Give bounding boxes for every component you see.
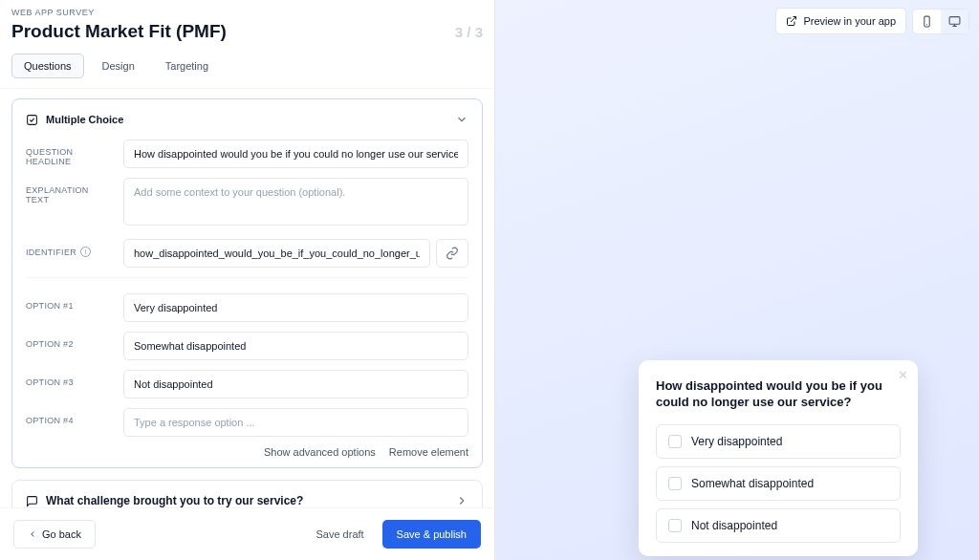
question-card: Multiple Choice QUESTION HEADLINE EXPLAN…	[11, 98, 483, 468]
step-indicator: 3 / 3	[455, 24, 483, 40]
svg-rect-3	[949, 16, 960, 24]
preview-panel: Preview in your app ✕ How disappointed w…	[495, 0, 979, 560]
collapsed-question-card[interactable]: What challenge brought you to try our se…	[11, 480, 483, 507]
question-type-label: Multiple Choice	[46, 114, 123, 125]
preview-in-app-button[interactable]: Preview in your app	[775, 8, 906, 34]
survey-preview-popup: ✕ How disappointed would you be if you c…	[639, 360, 918, 556]
svg-rect-1	[925, 16, 929, 27]
preview-option-1[interactable]: Very disappointed	[656, 424, 901, 459]
external-link-icon	[786, 15, 797, 27]
remove-element[interactable]: Remove element	[389, 446, 468, 458]
editor-panel: WEB APP SURVEY Product Market Fit (PMF) …	[0, 0, 495, 560]
explanation-text-input[interactable]	[123, 178, 468, 226]
label-explanation: EXPLANATION TEXT	[26, 178, 114, 205]
chevron-left-icon	[28, 529, 37, 539]
label-option-1: OPTION #1	[26, 293, 114, 311]
chevron-down-icon[interactable]	[455, 113, 468, 126]
label-option-3: OPTION #3	[26, 370, 114, 387]
tabs: Questions Design Targeting	[0, 42, 494, 89]
breadcrumb: WEB APP SURVEY	[11, 8, 483, 17]
identifier-input[interactable]	[123, 239, 430, 268]
question-headline-input[interactable]	[123, 140, 468, 168]
option-4-input[interactable]	[123, 408, 468, 437]
option-3-input[interactable]	[123, 370, 468, 398]
svg-rect-0	[28, 115, 37, 124]
label-option-2: OPTION #2	[26, 332, 114, 349]
page-title: Product Market Fit (PMF)	[11, 21, 227, 42]
monitor-icon	[948, 15, 961, 28]
checkbox-icon	[668, 477, 682, 490]
info-icon[interactable]: i	[80, 247, 91, 257]
label-option-4: OPTION #4	[26, 408, 114, 425]
label-identifier: IDENTIFIERi	[26, 239, 114, 257]
smartphone-icon	[921, 15, 933, 28]
device-mobile-button[interactable]	[913, 10, 941, 33]
save-draft-button[interactable]: Save draft	[301, 520, 378, 549]
show-advanced-options[interactable]: Show advanced options	[264, 446, 376, 458]
save-publish-button[interactable]: Save & publish	[382, 520, 481, 549]
go-back-button[interactable]: Go back	[13, 520, 96, 549]
checkbox-icon	[668, 519, 682, 532]
option-1-input[interactable]	[123, 293, 468, 322]
tab-questions[interactable]: Questions	[11, 54, 84, 78]
chat-icon	[26, 495, 38, 507]
chevron-right-icon	[455, 494, 468, 507]
label-headline: QUESTION HEADLINE	[26, 140, 114, 166]
collapsed-question-title: What challenge brought you to try our se…	[46, 494, 303, 507]
tab-design[interactable]: Design	[90, 54, 147, 78]
device-desktop-button[interactable]	[941, 10, 968, 33]
checkbox-icon	[668, 435, 682, 448]
tab-targeting[interactable]: Targeting	[153, 54, 221, 78]
close-icon[interactable]: ✕	[898, 368, 908, 382]
check-square-icon	[26, 114, 38, 126]
option-2-input[interactable]	[123, 332, 468, 360]
link-icon-button[interactable]	[436, 239, 468, 268]
preview-option-2[interactable]: Somewhat disappointed	[656, 466, 901, 501]
preview-option-3[interactable]: Not disappointed	[656, 508, 901, 543]
preview-question-text: How disappointed would you be if you cou…	[656, 377, 901, 411]
